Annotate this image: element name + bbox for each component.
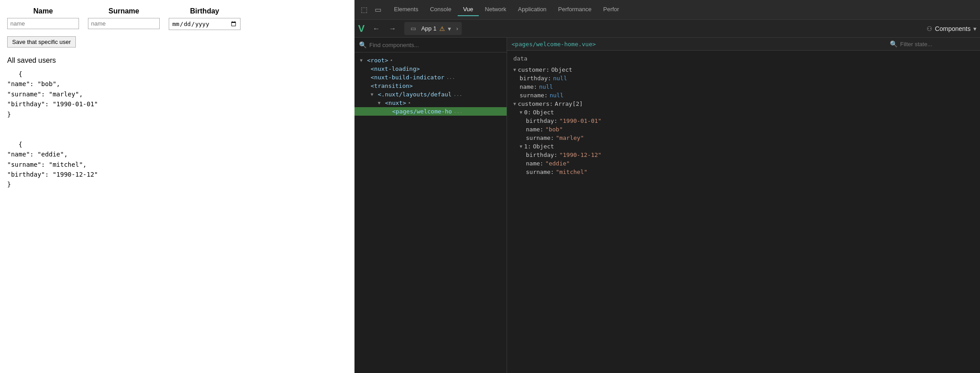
customer-name-val: null (539, 83, 553, 90)
devtools-secondary-bar: V ← → ▭ App 1 ⚠ ▾ › ⚇ Components ▾ (354, 20, 980, 38)
c1-name-key: name: (526, 160, 543, 167)
tab-network[interactable]: Network (480, 3, 512, 16)
tree-item-nuxt-layouts[interactable]: ▼ <.nuxt/layouts/defaul ... (354, 90, 507, 99)
customer-name-key: name: (520, 83, 537, 90)
surname-label: Surname (88, 7, 160, 15)
component-search-bar: 🔍 (354, 38, 507, 52)
dots: ... (446, 74, 455, 80)
customer-key: customer: (518, 66, 549, 73)
c0-surname-row: surname: "marley" (526, 134, 974, 142)
tree-item-nuxt-build-indicator[interactable]: <nuxt-build-indicator ... (354, 73, 507, 82)
save-button[interactable]: Save that specific user (7, 36, 76, 48)
dots: ... (453, 91, 462, 97)
c0-birthday-val: "1990-01-01" (559, 117, 601, 124)
c0-surname-key: surname: (526, 134, 554, 141)
tag-root: <root> (367, 57, 388, 64)
tag-nuxt-layouts: <.nuxt/layouts/defaul (378, 91, 451, 98)
customer-birthday-key: birthday: (520, 75, 551, 82)
customer-0-triangle[interactable]: ▼ (520, 110, 522, 115)
root-dots: • (390, 57, 393, 63)
tab-vue[interactable]: Vue (458, 3, 479, 16)
c0-surname-val: "marley" (556, 134, 584, 141)
customer-name-row: name: null (520, 82, 974, 91)
tag-nuxt: <nuxt> (385, 100, 406, 106)
search-icon: 🔍 (359, 41, 367, 48)
tab-perfor[interactable]: Perfor (598, 3, 624, 16)
data-section-title: data (513, 55, 974, 62)
devtools-panel: ⬚ ▭ Elements Console Vue Network Applica… (354, 0, 980, 373)
surname-col: Surname (88, 7, 160, 29)
customer-1-triangle[interactable]: ▼ (520, 144, 522, 149)
tree-item-pages-welcome[interactable]: <pages/welcome-ho ... (354, 107, 507, 116)
customer-triangle[interactable]: ▼ (513, 67, 516, 72)
customer-1-key: 1: (524, 143, 531, 150)
triangle-icon: ▼ (360, 58, 365, 63)
tab-console[interactable]: Console (424, 3, 457, 16)
name-label: Name (7, 7, 79, 15)
component-search-input[interactable] (369, 42, 502, 48)
dots: ... (454, 108, 463, 114)
customers-triangle[interactable]: ▼ (513, 101, 516, 106)
tree-item-root[interactable]: ▼ <root> • (354, 56, 507, 65)
state-filter-input[interactable] (900, 41, 976, 48)
name-col: Name (7, 7, 79, 29)
c0-name-val: "bob" (545, 126, 563, 133)
tag-nuxt-build-indicator: <nuxt-build-indicator (371, 74, 444, 81)
customer-type: Object (551, 66, 572, 73)
app-chevron-icon: ▾ (448, 25, 451, 32)
vue-logo: V (358, 23, 365, 35)
c1-name-row: name: "eddie" (526, 159, 974, 168)
component-tree: ▼ <root> • <nuxt-loading> <nuxt-build-in… (354, 52, 507, 373)
users-json-display: { "name": "bob", "surname": "marley", "b… (7, 69, 347, 190)
c1-surname-key: surname: (526, 169, 554, 175)
customer-1-row: ▼ 1: Object (520, 142, 974, 151)
c1-birthday-row: birthday: "1990-12-12" (526, 151, 974, 159)
devtools-tab-bar: ⬚ ▭ Elements Console Vue Network Applica… (354, 0, 980, 20)
tab-application[interactable]: Application (512, 3, 552, 16)
separator: › (456, 25, 458, 32)
form-row: Name Surname Birthday (7, 7, 347, 30)
name-input[interactable] (7, 18, 79, 29)
c1-birthday-val: "1990-12-12" (559, 152, 601, 158)
c0-birthday-key: birthday: (526, 117, 557, 124)
device-icon[interactable]: ▭ (372, 4, 384, 16)
c0-name-key: name: (526, 126, 543, 133)
customer-0-row: ▼ 0: Object (520, 108, 974, 117)
birthday-input[interactable] (169, 18, 241, 30)
tree-item-transition[interactable]: <transition> (354, 82, 507, 90)
back-button[interactable]: ← (370, 24, 383, 34)
inspect-icon: ▭ (408, 23, 419, 34)
customers-type: Array[2] (555, 100, 583, 107)
tag-pages-welcome: <pages/welcome-ho (392, 108, 452, 115)
tree-panel: 🔍 ▼ <root> • <nuxt-loading> <nuxt-build-… (354, 38, 507, 373)
customers-array-row: ▼ customers: Array[2] (513, 100, 974, 108)
c1-surname-row: surname: "mitchel" (526, 168, 974, 176)
customer-surname-val: null (550, 92, 564, 99)
state-filter-bar: 🔍 (890, 40, 976, 48)
customer-object-row: ▼ customer: Object (513, 65, 974, 74)
components-selector[interactable]: ⚇ Components ▾ (927, 25, 976, 32)
left-panel: Name Surname Birthday Save that specific… (0, 0, 354, 373)
all-users-title: All saved users (7, 56, 347, 65)
components-chevron-icon: ▾ (973, 25, 976, 32)
filter-search-icon: 🔍 (890, 40, 897, 48)
tab-elements[interactable]: Elements (389, 3, 424, 16)
c0-name-row: name: "bob" (526, 125, 974, 134)
tree-item-nuxt-loading[interactable]: <nuxt-loading> (354, 65, 507, 73)
state-panel-header: <pages/welcome-home.vue> 🔍 (507, 38, 980, 51)
tag-nuxt-loading: <nuxt-loading> (371, 65, 420, 72)
dots: • (408, 100, 411, 106)
c1-birthday-key: birthday: (526, 152, 557, 158)
surname-input[interactable] (88, 18, 160, 29)
cursor-icon[interactable]: ⬚ (358, 4, 370, 16)
customer-surname-key: surname: (520, 92, 548, 99)
warn-icon: ⚠ (439, 25, 445, 32)
components-label: Components (935, 25, 971, 32)
customers-key: customers: (518, 100, 553, 107)
customer-birthday-val: null (553, 75, 567, 82)
tab-performance[interactable]: Performance (553, 3, 597, 16)
birthday-label: Birthday (169, 7, 241, 15)
tree-item-nuxt[interactable]: ▼ <nuxt> • (354, 99, 507, 107)
app-selector[interactable]: ▭ App 1 ⚠ ▾ › (404, 22, 462, 35)
forward-button[interactable]: → (386, 24, 399, 34)
